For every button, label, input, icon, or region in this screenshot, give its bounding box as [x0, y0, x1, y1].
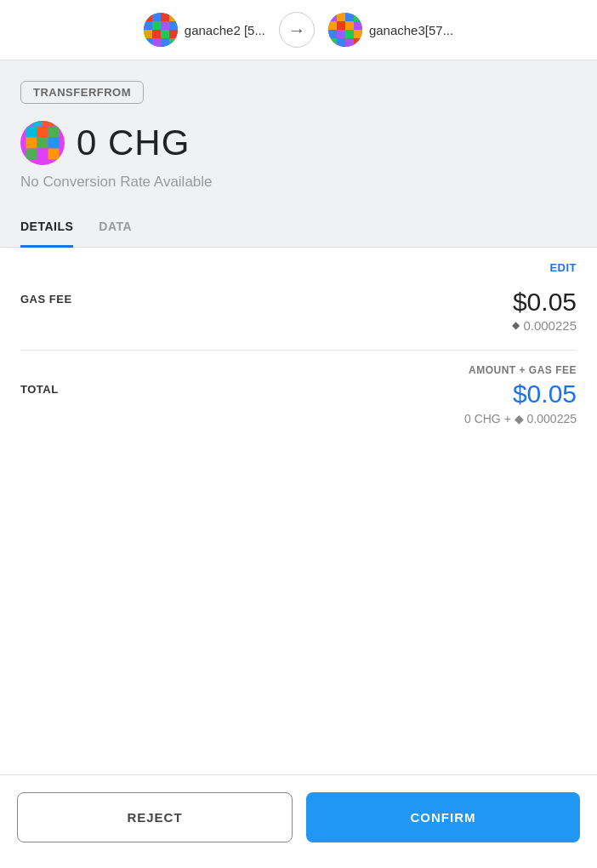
from-avatar	[144, 13, 178, 47]
svg-rect-16	[169, 38, 178, 47]
svg-rect-41	[26, 149, 37, 160]
svg-rect-21	[354, 13, 362, 21]
svg-rect-35	[26, 127, 37, 138]
arrow-icon-circle: →	[279, 12, 315, 48]
svg-rect-4	[169, 13, 178, 21]
tab-bar: DETAILS DATA	[0, 208, 597, 248]
gas-fee-label: GAS FEE	[20, 288, 72, 306]
total-section: AMOUNT + GAS FEE TOTAL $0.05 0 CHG + ◆ 0…	[20, 351, 577, 443]
transaction-amount: 0 CHG	[77, 123, 190, 163]
tab-details[interactable]: DETAILS	[20, 208, 73, 248]
svg-rect-15	[161, 38, 169, 47]
tab-data[interactable]: DATA	[99, 208, 132, 248]
svg-rect-20	[345, 13, 354, 21]
conversion-rate: No Conversion Rate Available	[20, 174, 577, 191]
svg-rect-18	[328, 13, 337, 21]
svg-rect-8	[169, 21, 178, 30]
total-row: TOTAL $0.05 0 CHG + ◆ 0.000225	[20, 380, 577, 425]
svg-rect-36	[37, 127, 48, 138]
amount-row: 0 CHG	[20, 121, 577, 165]
svg-rect-45	[31, 121, 43, 127]
reject-button[interactable]: REJECT	[17, 792, 293, 842]
svg-rect-44	[20, 121, 26, 127]
transaction-header: ganache2 [5... →	[0, 0, 597, 60]
svg-rect-23	[337, 21, 345, 30]
footer-actions: REJECT CONFIRM	[0, 774, 597, 868]
svg-rect-42	[37, 149, 48, 160]
from-account: ganache2 [5...	[144, 13, 265, 47]
total-usd: $0.05	[464, 380, 577, 408]
main-content: TRANSFERFROM 0	[0, 60, 597, 774]
svg-rect-1	[144, 13, 152, 21]
diamond-icon: ◆	[512, 319, 520, 331]
gas-fee-eth-value: 0.000225	[523, 318, 577, 333]
svg-rect-14	[152, 38, 161, 47]
confirm-button[interactable]: CONFIRM	[306, 792, 580, 842]
svg-rect-5	[144, 21, 152, 30]
to-account-name: ganache3[57...	[369, 23, 453, 37]
to-avatar	[328, 13, 362, 47]
gas-fee-eth: ◆ 0.000225	[512, 318, 577, 333]
svg-rect-28	[345, 30, 354, 38]
svg-rect-13	[144, 38, 152, 47]
svg-rect-40	[48, 138, 60, 149]
svg-rect-29	[354, 30, 362, 38]
svg-rect-43	[48, 149, 60, 160]
token-avatar	[20, 121, 65, 165]
svg-rect-11	[161, 30, 169, 38]
amount-gas-label: AMOUNT + GAS FEE	[20, 364, 577, 376]
gas-fee-values: $0.05 ◆ 0.000225	[512, 288, 577, 333]
svg-rect-37	[48, 127, 60, 138]
svg-rect-31	[337, 38, 345, 47]
to-account: ganache3[57...	[328, 13, 453, 47]
svg-rect-46	[43, 121, 54, 127]
arrow-right-icon: →	[288, 20, 305, 40]
from-account-name: ganache2 [5...	[185, 23, 265, 37]
transfer-badge: TRANSFERFROM	[20, 81, 144, 104]
svg-rect-25	[354, 21, 362, 30]
svg-rect-12	[169, 30, 178, 38]
edit-button[interactable]: EDIT	[549, 261, 577, 274]
total-label: TOTAL	[20, 380, 59, 396]
svg-rect-26	[328, 30, 337, 38]
edit-row: EDIT	[20, 248, 577, 281]
svg-rect-10	[152, 30, 161, 38]
svg-rect-38	[26, 138, 37, 149]
total-values: $0.05 0 CHG + ◆ 0.000225	[464, 380, 577, 425]
gas-fee-row: GAS FEE $0.05 ◆ 0.000225	[20, 281, 577, 351]
details-panel: EDIT GAS FEE $0.05 ◆ 0.000225 AMOUNT + G…	[0, 248, 597, 775]
svg-rect-32	[345, 38, 354, 47]
svg-rect-33	[354, 38, 362, 47]
total-breakdown-text: 0 CHG + ◆ 0.000225	[464, 412, 577, 425]
svg-rect-9	[144, 30, 152, 38]
svg-rect-24	[345, 21, 354, 30]
svg-rect-39	[37, 138, 48, 149]
svg-rect-30	[328, 38, 337, 47]
transaction-info: TRANSFERFROM 0	[0, 60, 597, 208]
svg-rect-2	[152, 13, 161, 21]
svg-rect-7	[161, 21, 169, 30]
svg-rect-27	[337, 30, 345, 38]
svg-rect-22	[328, 21, 337, 30]
total-breakdown: 0 CHG + ◆ 0.000225	[464, 412, 577, 425]
svg-rect-19	[337, 13, 345, 21]
svg-rect-6	[152, 21, 161, 30]
svg-rect-3	[161, 13, 169, 21]
gas-fee-usd: $0.05	[512, 288, 577, 317]
